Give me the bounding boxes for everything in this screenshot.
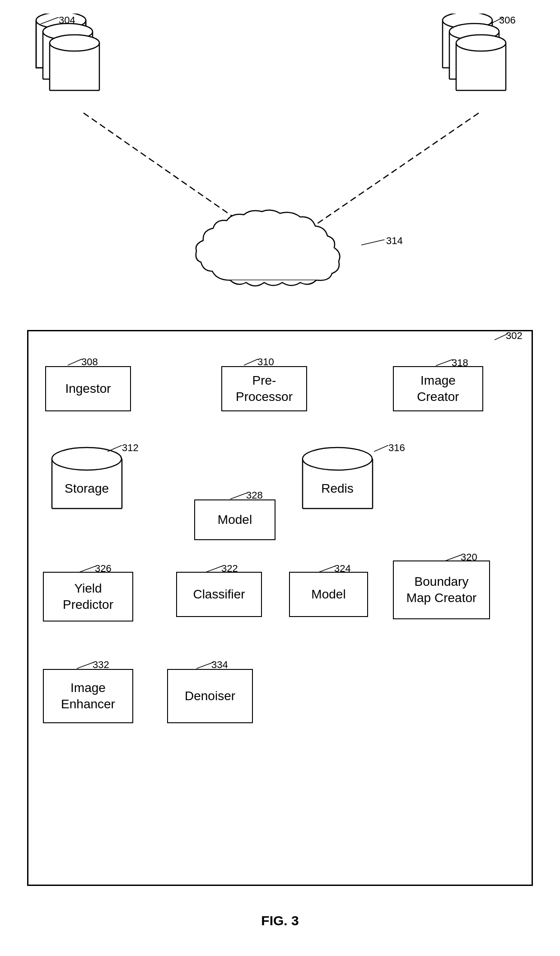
bracket-302 [495,334,513,343]
ingestor-box: Ingestor [45,366,131,411]
pre-processor-label: Pre-Processor [236,372,293,405]
ingestor-label: Ingestor [65,381,111,396]
bracket-308 [68,359,90,368]
bracket-312 [107,445,130,454]
svg-line-53 [79,566,96,572]
bracket-310 [244,359,266,368]
svg-text:Storage: Storage [65,481,109,495]
svg-line-55 [318,566,336,572]
image-creator-label: ImageCreator [417,372,459,405]
classifier-label: Classifier [193,587,245,602]
svg-text:Redis: Redis [321,481,354,495]
yield-predictor-box: YieldPredictor [43,572,133,622]
svg-line-56 [445,555,462,561]
storage-cylinder: Storage [43,443,147,515]
bracket-324 [318,566,343,575]
model-top-box: Model [194,499,275,540]
boundary-map-box: BoundaryMap Creator [393,560,490,619]
svg-line-38 [244,359,258,365]
svg-line-36 [495,334,508,340]
model-bottom-label: Model [311,587,345,602]
cloud-shape [194,208,375,298]
bracket-320 [445,555,470,564]
classifier-box: Classifier [176,572,262,617]
denoiser-box: Denoiser [167,669,253,723]
image-creator-box: ImageCreator [393,366,483,411]
svg-line-51 [374,445,388,452]
svg-line-52 [230,493,247,499]
bracket-314 [361,240,393,249]
yield-predictor-label: YieldPredictor [63,580,113,613]
diagram: 304 306 [0,0,560,927]
bracket-322 [205,566,230,575]
boundary-map-label: BoundaryMap Creator [406,574,477,607]
pre-processor-box: Pre-Processor [221,366,307,411]
bracket-326 [79,566,104,575]
svg-line-39 [436,359,453,366]
fig-caption: FIG. 3 [0,913,560,928]
image-enhancer-label: ImageEnhancer [61,680,115,713]
svg-line-35 [361,240,385,245]
svg-line-57 [77,662,94,669]
svg-line-45 [107,445,122,452]
svg-line-37 [68,359,82,365]
model-top-label: Model [218,513,252,527]
bracket-318 [436,359,461,368]
bracket-332 [77,662,102,671]
bracket-316 [374,445,397,454]
svg-point-49 [303,447,372,470]
bracket-334 [196,662,221,671]
model-bottom-box: Model [289,572,368,617]
bracket-328 [230,493,255,502]
svg-line-54 [205,566,223,572]
image-enhancer-box: ImageEnhancer [43,669,133,723]
denoiser-label: Denoiser [185,689,235,703]
svg-line-58 [196,662,214,669]
